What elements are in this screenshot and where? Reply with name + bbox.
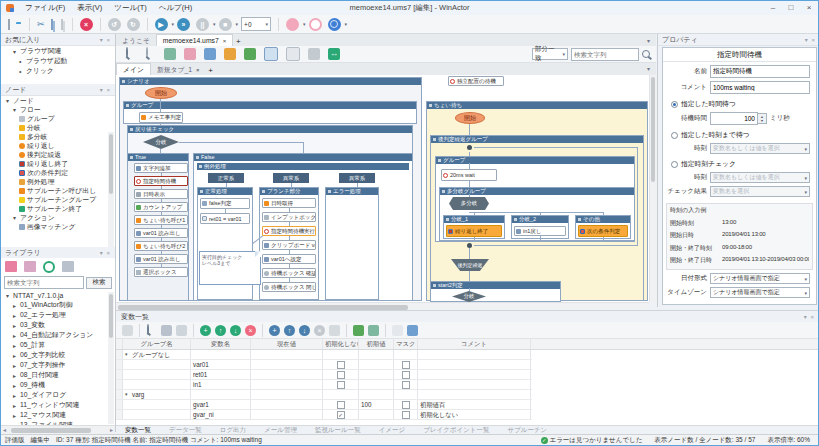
- settings-globe-icon[interactable]: [328, 18, 341, 31]
- edit-icon[interactable]: [329, 325, 340, 336]
- node-palette-item[interactable]: サブルーチン呼び出し: [1, 186, 115, 195]
- speed-stepper[interactable]: +0 ▾: [241, 17, 271, 31]
- flow-node[interactable]: 日時表示: [134, 189, 188, 199]
- expand-icon[interactable]: ▾: [13, 48, 20, 55]
- branch-case-label[interactable]: 異常系: [273, 173, 309, 183]
- scenario-group-header[interactable]: シナリオ: [120, 78, 421, 85]
- sub-start-node[interactable]: 開始: [455, 112, 485, 124]
- node-palette-item[interactable]: 例外処理: [1, 177, 115, 186]
- move-var-up-icon[interactable]: ↑: [284, 325, 295, 336]
- expander-icon[interactable]: ▾: [125, 350, 132, 359]
- menu-tools[interactable]: ツール(T): [108, 3, 152, 13]
- library-search-input[interactable]: [4, 276, 84, 289]
- redo-icon[interactable]: ↻: [127, 18, 140, 31]
- new-tab-icon[interactable]: +: [233, 37, 243, 46]
- export-image-icon[interactable]: [184, 48, 196, 60]
- node-palette-item[interactable]: 次の条件判定: [1, 168, 115, 177]
- tab-main-view[interactable]: メイン: [116, 63, 151, 75]
- properties-pin-icon[interactable]: ▾: [805, 37, 809, 43]
- search-icon[interactable]: [146, 325, 157, 336]
- branch3-header[interactable]: その他: [576, 216, 630, 223]
- case2-group-header[interactable]: ブランチ部分: [260, 188, 318, 195]
- flow-node[interactable]: カウントアップ: [134, 202, 188, 212]
- radio-time-check[interactable]: [671, 161, 678, 168]
- flow-node[interactable]: 指定時間待機実行①...: [262, 226, 316, 236]
- node-palette-item[interactable]: 画像マッチング: [1, 222, 115, 231]
- new-file-icon[interactable]: [8, 20, 10, 29]
- export-vars-icon[interactable]: [176, 325, 187, 336]
- move-group-down-icon[interactable]: ↓: [230, 325, 241, 336]
- run-menu-caret-icon[interactable]: ▾: [172, 21, 175, 27]
- start-node[interactable]: 開始: [145, 87, 177, 99]
- download-icon[interactable]: [244, 48, 256, 60]
- scroll-left-icon[interactable]: ◂: [3, 426, 6, 434]
- paste-icon[interactable]: [286, 47, 300, 61]
- flow-node-memo[interactable]: メモ工事判定: [139, 112, 183, 123]
- nodes-pin-icon[interactable]: ▾: [100, 87, 104, 93]
- nodes-flow-group[interactable]: ▾ フロー: [1, 105, 115, 114]
- time2-select[interactable]: 変数名もしくは値を選択▾: [710, 172, 810, 183]
- variables-close-icon[interactable]: ×: [810, 314, 815, 320]
- clock-icon[interactable]: [43, 261, 55, 273]
- flow-node[interactable]: ret01 = var01: [200, 213, 250, 224]
- image-icon[interactable]: [164, 48, 176, 60]
- true-branch-header[interactable]: True: [128, 154, 188, 161]
- nodes-action-group[interactable]: ▾ アクション: [1, 213, 115, 222]
- name-field[interactable]: [710, 65, 810, 78]
- wait-time-field[interactable]: [710, 112, 758, 125]
- bottom-group-header[interactable]: start2判定: [431, 282, 560, 289]
- flow-node[interactable]: 日時取得: [262, 198, 316, 208]
- flow-node[interactable]: 文字列追加: [134, 163, 188, 173]
- run-icon[interactable]: ▶: [155, 18, 168, 31]
- table-row[interactable]: gvar_ni✓初期化しない: [116, 410, 532, 420]
- table-row[interactable]: ret01: [116, 370, 532, 380]
- favorites-group[interactable]: ▾ ブラウザ関連: [1, 46, 115, 56]
- mask-checkbox[interactable]: [402, 361, 410, 369]
- library-item[interactable]: ▸03_変数: [1, 320, 115, 330]
- flow-node[interactable]: クリップボード var01...: [262, 240, 316, 250]
- node-palette-item[interactable]: サブルーチングループ: [1, 195, 115, 204]
- zoom-in-icon[interactable]: [124, 48, 136, 60]
- library-item[interactable]: ▸05_計算: [1, 340, 115, 350]
- new-view-tab-icon[interactable]: +: [205, 66, 215, 75]
- branch-case-label[interactable]: 異常系: [339, 173, 375, 183]
- col-init-value[interactable]: 初期値: [359, 339, 394, 349]
- library-hscrollbar[interactable]: ◂ ▸: [1, 425, 115, 434]
- multi-branch-node[interactable]: 多分岐: [449, 197, 489, 210]
- no-init-checkbox[interactable]: [337, 381, 345, 389]
- flow-node[interactable]: 待機ボックス 閉じる: [262, 282, 316, 292]
- add-var-icon[interactable]: +: [269, 325, 280, 336]
- expand-icon[interactable]: ▾: [13, 106, 20, 113]
- flow-node[interactable]: false判定: [200, 198, 250, 209]
- mask-checkbox[interactable]: [402, 371, 410, 379]
- library-item[interactable]: ▸11_ウィンドウ関連: [1, 400, 115, 410]
- bar-chart-alt-icon[interactable]: [24, 261, 36, 272]
- record-menu-caret-icon[interactable]: ▾: [303, 21, 306, 27]
- swap-icon[interactable]: ↔: [328, 48, 340, 60]
- mask-checkbox[interactable]: [402, 411, 410, 419]
- merge-icon[interactable]: [392, 325, 403, 336]
- case1-group-header[interactable]: 正常処理: [198, 188, 252, 195]
- library-close-icon[interactable]: ×: [106, 250, 111, 256]
- col-var-name[interactable]: 変数名: [191, 339, 251, 349]
- library-root[interactable]: ▾ NTTAT_v7.1.0.ja: [1, 290, 115, 300]
- flow-node[interactable]: var01 読み出し: [134, 254, 188, 264]
- no-init-checkbox[interactable]: [337, 401, 345, 409]
- move-group-up-icon[interactable]: ↑: [215, 325, 226, 336]
- camera-icon[interactable]: [308, 48, 320, 60]
- no-init-checkbox[interactable]: [337, 361, 345, 369]
- radio-wait-until[interactable]: [671, 132, 678, 139]
- tab-welcome[interactable]: ようこそ: [116, 35, 156, 46]
- paste-icon[interactable]: [61, 20, 65, 29]
- return-check-group-header[interactable]: 戻り値チェック: [128, 126, 412, 133]
- col-no-init[interactable]: 初期化しない: [323, 339, 359, 349]
- date-format-select[interactable]: シナリオ情報画面で指定▾: [710, 273, 810, 284]
- zoom-out-icon[interactable]: [144, 48, 156, 60]
- no-init-checkbox[interactable]: [337, 371, 345, 379]
- library-item[interactable]: ▸02_エラー処理: [1, 310, 115, 320]
- flow-node[interactable]: インプットボックス: [262, 212, 316, 222]
- library-item[interactable]: ▸10_ダイアログ: [1, 390, 115, 400]
- expand-icon[interactable]: ▾: [6, 97, 13, 104]
- properties-close-icon[interactable]: ×: [811, 37, 816, 43]
- import-vars-icon[interactable]: [161, 325, 172, 336]
